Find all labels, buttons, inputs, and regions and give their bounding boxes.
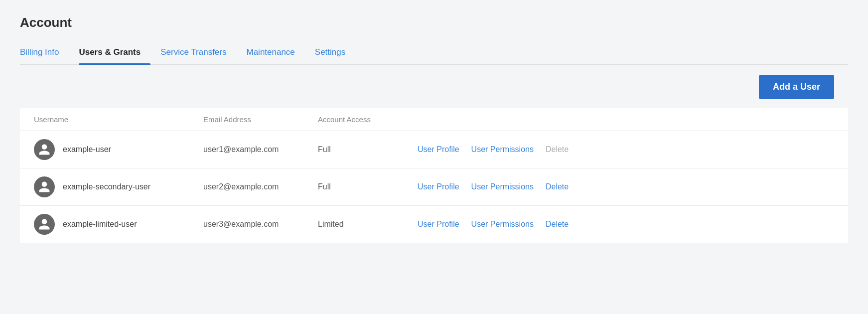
user-cell-1: example-user bbox=[34, 139, 203, 160]
header-email: Email Address bbox=[203, 115, 318, 124]
actions-2: User Profile User Permissions Delete bbox=[418, 182, 834, 191]
email-2: user2@example.com bbox=[203, 182, 318, 191]
delete-link-3[interactable]: Delete bbox=[546, 220, 569, 229]
add-user-button[interactable]: Add a User bbox=[759, 75, 834, 99]
tab-maintenance[interactable]: Maintenance bbox=[246, 42, 304, 64]
username-2: example-secondary-user bbox=[63, 182, 150, 191]
header-actions bbox=[418, 115, 834, 124]
tab-settings[interactable]: Settings bbox=[315, 42, 355, 64]
delete-link-2[interactable]: Delete bbox=[546, 182, 569, 191]
user-cell-3: example-limited-user bbox=[34, 214, 203, 235]
table-row: example-user user1@example.com Full User… bbox=[20, 131, 848, 168]
user-permissions-link-2[interactable]: User Permissions bbox=[471, 182, 534, 191]
user-permissions-link-3[interactable]: User Permissions bbox=[471, 220, 534, 229]
access-1: Full bbox=[318, 145, 418, 154]
user-icon-3 bbox=[38, 218, 51, 231]
user-permissions-link-1[interactable]: User Permissions bbox=[471, 145, 534, 154]
table-header-row: Username Email Address Account Access bbox=[20, 108, 848, 131]
user-icon-1 bbox=[38, 143, 51, 156]
access-2: Full bbox=[318, 182, 418, 191]
email-3: user3@example.com bbox=[203, 220, 318, 229]
access-3: Limited bbox=[318, 220, 418, 229]
username-3: example-limited-user bbox=[63, 220, 137, 229]
page-container: Account Billing Info Users & Grants Serv… bbox=[0, 0, 868, 258]
avatar-2 bbox=[34, 176, 55, 197]
avatar-3 bbox=[34, 214, 55, 235]
tab-users[interactable]: Users & Grants bbox=[79, 42, 150, 64]
avatar-1 bbox=[34, 139, 55, 160]
actions-3: User Profile User Permissions Delete bbox=[418, 220, 834, 229]
user-profile-link-1[interactable]: User Profile bbox=[418, 145, 459, 154]
user-profile-link-2[interactable]: User Profile bbox=[418, 182, 459, 191]
header-username: Username bbox=[34, 115, 203, 124]
user-icon-2 bbox=[38, 180, 51, 193]
email-1: user1@example.com bbox=[203, 145, 318, 154]
toolbar: Add a User bbox=[20, 65, 848, 108]
table-row: example-secondary-user user2@example.com… bbox=[20, 168, 848, 206]
users-table: Username Email Address Account Access ex… bbox=[20, 108, 848, 243]
user-profile-link-3[interactable]: User Profile bbox=[418, 220, 459, 229]
user-cell-2: example-secondary-user bbox=[34, 176, 203, 197]
table-row: example-limited-user user3@example.com L… bbox=[20, 206, 848, 243]
page-title: Account bbox=[20, 15, 848, 30]
tabs-nav: Billing Info Users & Grants Service Tran… bbox=[20, 42, 848, 65]
delete-link-1: Delete bbox=[546, 145, 569, 154]
actions-1: User Profile User Permissions Delete bbox=[418, 145, 834, 154]
header-access: Account Access bbox=[318, 115, 418, 124]
tab-transfers[interactable]: Service Transfers bbox=[160, 42, 236, 64]
tab-billing[interactable]: Billing Info bbox=[20, 42, 69, 64]
username-1: example-user bbox=[63, 145, 111, 154]
